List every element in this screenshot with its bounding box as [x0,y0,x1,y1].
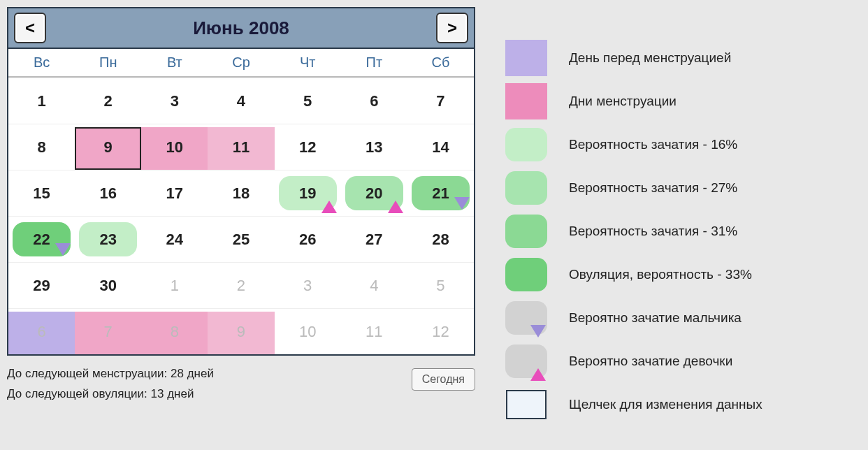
day-number: 29 [33,277,50,295]
legend-row: Дни менструации [503,80,839,123]
day-cell[interactable]: 2 [75,78,141,124]
day-cell[interactable]: 9 [75,124,141,170]
day-cell[interactable]: 7 [75,308,141,354]
legend-swatch [503,83,549,119]
day-number: 1 [171,277,179,295]
day-number: 30 [99,277,116,295]
today-button[interactable]: Сегодня [412,368,475,391]
legend-swatch [503,128,549,161]
legend-label: Овуляция, вероятность - 33% [569,267,752,282]
weekday-label: Вт [141,55,208,71]
calendar-header: < Июнь 2008 > [8,8,474,49]
day-cell[interactable]: 18 [208,170,274,216]
day-cell[interactable]: 4 [208,78,274,124]
day-cell[interactable]: 3 [275,262,341,308]
day-number: 11 [233,138,249,157]
day-cell[interactable]: 6 [8,308,75,354]
day-number: 2 [104,92,113,110]
day-cell[interactable]: 5 [407,262,474,308]
day-number: 1 [37,92,45,110]
day-cell[interactable]: 14 [407,124,474,170]
status-next-ovulation: До следующей овуляции: 13 дней [7,384,214,405]
day-number: 6 [370,92,378,110]
legend-row: Овуляция, вероятность - 33% [503,253,839,296]
day-number: 15 [33,184,50,203]
weekday-label: Чт [275,55,341,71]
day-number: 7 [104,323,113,341]
day-cell[interactable]: 9 [208,308,274,354]
day-number: 3 [303,277,312,295]
day-cell[interactable]: 29 [8,262,75,308]
day-cell[interactable]: 10 [141,124,208,170]
day-cell[interactable]: 17 [141,170,208,216]
boy-marker-icon [530,325,546,338]
day-cell[interactable]: 28 [407,216,474,262]
legend-swatch [503,171,549,205]
day-cell[interactable]: 4 [341,262,407,308]
day-cell[interactable]: 22 [8,216,75,262]
day-number: 7 [436,92,444,110]
day-cell[interactable]: 1 [8,78,75,124]
day-cell[interactable]: 11 [208,124,274,170]
day-cell[interactable]: 25 [208,216,274,262]
day-number: 24 [166,231,183,249]
status-text: До следующей менструации: 28 дней До сле… [7,364,214,405]
prev-month-button[interactable]: < [14,13,46,43]
day-cell[interactable]: 8 [8,124,75,170]
legend-swatch [503,301,549,335]
day-number: 3 [171,92,179,110]
day-number: 27 [366,231,382,249]
day-cell[interactable]: 7 [407,78,474,124]
legend-row: Вероятность зачатия - 16% [503,123,839,166]
legend-row: Вероятно зачатие мальчика [503,296,839,340]
chevron-right-icon: > [447,18,457,38]
day-cell[interactable]: 30 [75,262,141,308]
legend-swatch [503,390,549,419]
legend-label: Вероятность зачатия - 31% [569,224,737,239]
day-cell[interactable]: 20 [341,170,407,216]
day-number: 8 [171,323,179,341]
day-cell[interactable]: 19 [275,170,341,216]
calendar: < Июнь 2008 > ВсПнВтСрЧтПтСб 12345678910… [7,7,475,356]
status-next-menstruation: До следующей менструации: 28 дней [7,364,214,384]
legend-row: Щелчек для изменения данных [503,383,839,426]
day-cell[interactable]: 12 [407,308,474,354]
day-cell[interactable]: 21 [407,170,474,216]
day-cell[interactable]: 3 [141,78,208,124]
legend-label: Щелчек для изменения данных [569,397,762,412]
day-cell[interactable]: 5 [275,78,341,124]
legend-row: День перед менструацией [503,36,839,80]
day-cell[interactable]: 24 [141,216,208,262]
day-cell[interactable]: 11 [341,308,407,354]
day-number: 28 [432,231,449,249]
day-cell[interactable]: 6 [341,78,407,124]
legend-label: Вероятно зачатие мальчика [569,310,742,326]
day-cell[interactable]: 26 [275,216,341,262]
day-cell[interactable]: 1 [141,262,208,308]
day-number: 23 [99,231,116,249]
day-cell[interactable]: 8 [141,308,208,354]
girl-marker-icon [321,201,337,213]
legend-row: Вероятность зачатия - 31% [503,210,839,253]
weekday-label: Пн [75,55,141,71]
day-cell[interactable]: 13 [341,124,407,170]
day-number: 14 [432,138,449,157]
day-number: 11 [366,323,382,341]
next-month-button[interactable]: > [436,13,468,43]
day-cell[interactable]: 15 [8,170,75,216]
day-cell[interactable]: 23 [75,216,141,262]
legend-row: Вероятность зачатия - 27% [503,166,839,210]
day-cell[interactable]: 10 [275,308,341,354]
day-number: 21 [432,184,449,203]
day-number: 10 [299,323,316,341]
day-number: 10 [166,138,183,157]
legend-label: Дни менструации [569,94,677,109]
day-cell[interactable]: 27 [341,216,407,262]
weekday-label: Сб [407,55,474,71]
legend-swatch [503,215,549,248]
day-cell[interactable]: 12 [275,124,341,170]
day-cell[interactable]: 16 [75,170,141,216]
day-number: 20 [366,184,382,203]
weekday-row: ВсПнВтСрЧтПтСб [8,49,474,78]
day-cell[interactable]: 2 [208,262,274,308]
